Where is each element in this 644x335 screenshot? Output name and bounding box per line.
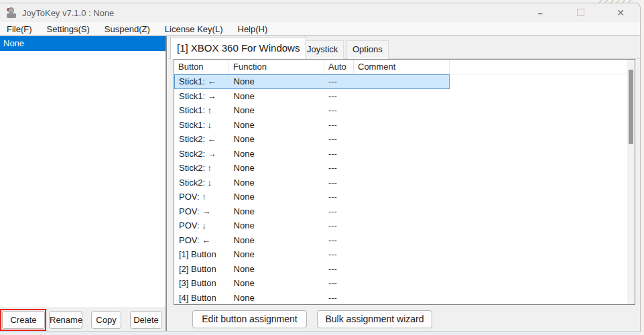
bulk-assignment-wizard-button[interactable]: Bulk assignment wizard xyxy=(317,310,432,328)
profile-list: None xyxy=(0,36,167,307)
table-row[interactable]: [1] ButtonNone--- xyxy=(174,247,450,262)
window-title: JoyToKey v7.1.0 : None xyxy=(22,8,114,18)
row-button-cell: Stick1: ↓ xyxy=(175,119,230,132)
column-header-function[interactable]: Function xyxy=(229,60,324,74)
tab-xbox-360-for-windows[interactable]: [1] XBOX 360 For Windows xyxy=(170,37,306,59)
app-icon xyxy=(6,7,17,18)
row-function-cell: None xyxy=(230,263,324,276)
table-row[interactable]: Stick1: ←None--- xyxy=(174,74,450,89)
button-assignment-list: Button Function Auto Comment Stick1: ←No… xyxy=(174,59,635,305)
row-auto-cell: --- xyxy=(324,291,354,305)
column-header-button[interactable]: Button xyxy=(174,60,229,74)
table-row[interactable]: [2] ButtonNone--- xyxy=(174,262,450,277)
table-row[interactable]: Stick1: →None--- xyxy=(174,89,450,104)
row-comment-cell xyxy=(354,176,449,190)
menu-license-key[interactable]: License Key(L) xyxy=(165,24,223,34)
row-comment-cell xyxy=(354,263,449,276)
row-auto-cell: --- xyxy=(324,263,354,276)
column-header-auto[interactable]: Auto xyxy=(324,60,354,74)
row-comment-cell xyxy=(354,248,449,261)
row-function-cell: None xyxy=(230,176,324,190)
row-button-cell: Stick2: ← xyxy=(175,133,230,146)
delete-button[interactable]: Delete xyxy=(130,311,162,329)
row-button-cell: Stick2: → xyxy=(175,147,230,161)
scrollbar-thumb[interactable] xyxy=(629,70,633,144)
table-row[interactable]: Stick2: ↑None--- xyxy=(174,161,450,176)
table-row[interactable]: Stick2: ←None--- xyxy=(174,132,450,147)
row-comment-cell xyxy=(354,291,449,305)
row-function-cell: None xyxy=(230,219,324,232)
row-button-cell: POV: → xyxy=(175,205,230,218)
row-auto-cell: --- xyxy=(324,90,354,103)
table-row[interactable]: POV: ↓None--- xyxy=(174,218,450,233)
table-row[interactable]: Stick2: →None--- xyxy=(174,147,450,161)
row-comment-cell xyxy=(354,219,449,232)
minimize-button[interactable]: – xyxy=(530,8,550,18)
row-comment-cell xyxy=(354,104,449,117)
window-bottom-edge xyxy=(0,331,640,335)
row-auto-cell: --- xyxy=(324,133,354,146)
row-comment-cell xyxy=(354,133,449,146)
maximize-button[interactable] xyxy=(577,9,584,16)
menu-bar: File(F) Settings(S) Suspend(Z) License K… xyxy=(0,22,640,36)
edit-button-assignment-button[interactable]: Edit button assignment xyxy=(192,310,307,328)
row-comment-cell xyxy=(354,147,449,161)
row-comment-cell xyxy=(354,119,449,132)
menu-file[interactable]: File(F) xyxy=(7,24,32,34)
row-button-cell: Stick2: ↑ xyxy=(175,161,230,175)
table-row[interactable]: Stick1: ↓None--- xyxy=(174,118,450,133)
row-button-cell: [4] Button xyxy=(175,291,230,305)
table-row[interactable]: [3] ButtonNone--- xyxy=(174,276,450,291)
table-row[interactable]: POV: ←None--- xyxy=(174,233,450,248)
tab-options[interactable]: Options xyxy=(346,40,389,59)
row-button-cell: Stick2: ↓ xyxy=(175,176,230,190)
tab-strip: [1] XBOX 360 For Windows [2] Joystick Op… xyxy=(168,36,640,59)
row-button-cell: POV: ← xyxy=(175,234,230,247)
column-header-comment[interactable]: Comment xyxy=(354,60,450,74)
row-button-cell: [1] Button xyxy=(175,248,230,261)
row-comment-cell xyxy=(354,234,449,247)
row-function-cell: None xyxy=(230,147,324,161)
vertical-scrollbar[interactable] xyxy=(627,60,635,304)
row-auto-cell: --- xyxy=(324,219,354,232)
row-auto-cell: --- xyxy=(324,75,354,88)
row-auto-cell: --- xyxy=(324,119,354,132)
row-auto-cell: --- xyxy=(324,161,354,175)
table-row[interactable]: Stick2: ↓None--- xyxy=(174,176,450,190)
table-row[interactable]: [4] ButtonNone--- xyxy=(174,291,450,306)
row-auto-cell: --- xyxy=(324,147,354,161)
row-auto-cell: --- xyxy=(324,205,354,218)
menu-help[interactable]: Help(H) xyxy=(238,24,268,34)
create-button[interactable]: Create xyxy=(2,311,45,329)
row-function-cell: None xyxy=(230,248,324,261)
title-bar: JoyToKey v7.1.0 : None – ✕ xyxy=(0,3,640,22)
row-auto-cell: --- xyxy=(324,248,354,261)
table-row[interactable]: POV: ↑None--- xyxy=(174,190,450,204)
copy-button[interactable]: Copy xyxy=(91,311,121,329)
close-button[interactable]: ✕ xyxy=(610,7,631,18)
row-function-cell: None xyxy=(230,104,324,117)
list-header: Button Function Auto Comment xyxy=(174,60,635,74)
row-button-cell: [2] Button xyxy=(175,263,230,276)
profile-item-none[interactable]: None xyxy=(0,36,166,51)
list-rows: Stick1: ←None---Stick1: →None---Stick1: … xyxy=(174,74,635,305)
row-function-cell: None xyxy=(230,277,324,290)
row-comment-cell xyxy=(354,277,449,290)
rename-button[interactable]: Rename xyxy=(49,311,82,329)
row-auto-cell: --- xyxy=(324,190,354,204)
table-row[interactable]: Stick1: ↑None--- xyxy=(174,103,450,118)
table-row[interactable]: POV: →None--- xyxy=(174,204,450,219)
row-button-cell: POV: ↑ xyxy=(175,190,230,204)
row-function-cell: None xyxy=(230,291,324,305)
row-comment-cell xyxy=(354,75,449,88)
menu-suspend[interactable]: Suspend(Z) xyxy=(105,24,150,34)
row-button-cell: Stick1: ← xyxy=(175,75,230,88)
row-function-cell: None xyxy=(230,119,324,132)
row-button-cell: Stick1: ↑ xyxy=(175,104,230,117)
row-function-cell: None xyxy=(230,133,324,146)
row-function-cell: None xyxy=(230,234,324,247)
menu-settings[interactable]: Settings(S) xyxy=(47,24,90,34)
row-comment-cell xyxy=(354,161,449,175)
row-auto-cell: --- xyxy=(324,277,354,290)
row-function-cell: None xyxy=(230,75,324,88)
